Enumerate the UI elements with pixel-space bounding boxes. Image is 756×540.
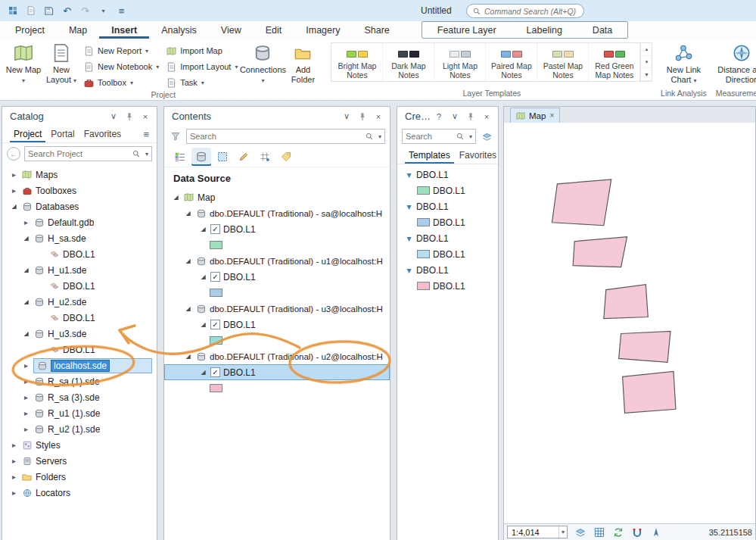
catalog-search-input[interactable] [28,149,127,158]
map-feature-polygon[interactable] [623,371,676,413]
map-canvas[interactable] [504,123,755,523]
template-item-dbo-l1[interactable]: DBO.L1 [397,278,498,294]
map-feature-polygon[interactable] [604,285,648,319]
tree-item-dbo-l1[interactable]: DBO.L1 [2,342,157,357]
collapse-icon[interactable]: ◢ [184,305,192,312]
collapse-icon[interactable]: ▾ [405,265,413,276]
expand-icon[interactable]: ▸ [22,377,30,385]
pane-menu-icon[interactable]: ∨ [108,111,119,122]
tree-item-servers[interactable]: ▸ Servers [2,453,157,469]
tab-templates[interactable]: Templates [405,147,454,164]
tree-item-layer-dbo-l1-selected[interactable]: ◢ ✓ DBO.L1 [164,364,390,380]
template-group-dbo-l1[interactable]: ▾ DBO.L1 [397,230,498,246]
tab-project[interactable]: Project [3,21,57,39]
new-layout-button[interactable]: New Layout ▾ [42,40,80,87]
tab-feature-layer[interactable]: Feature Layer [422,22,512,38]
task-button[interactable]: Task▾ [163,75,241,90]
collapse-icon[interactable]: ▾ [405,170,413,180]
expand-icon[interactable]: ▸ [10,441,18,449]
collapse-icon[interactable]: ◢ [199,226,207,233]
expand-icon[interactable]: ▸ [10,186,18,195]
gallery-item-bright-map-notes[interactable]: Bright Map Notes [331,43,383,81]
tab-analysis[interactable]: Analysis [149,21,209,39]
template-group-dbo-l1[interactable]: ▾ DBO.L1 [397,167,498,183]
collapse-icon[interactable]: ◢ [172,194,180,201]
collapse-icon[interactable]: ◢ [184,210,192,217]
search-dropdown-icon[interactable]: ▾ [145,151,148,158]
close-icon[interactable]: × [481,111,492,122]
tab-labeling[interactable]: Labeling [512,22,577,38]
list-by-snapping-button[interactable] [255,148,275,166]
map-feature-polygon[interactable] [619,331,670,362]
tree-item-styles[interactable]: ▸ Styles [2,437,157,453]
symbol-swatch[interactable] [210,384,222,392]
expand-icon[interactable]: ▸ [22,393,30,401]
new-link-chart-button[interactable]: New Link Chart ▾ [661,40,705,87]
tree-item-dbo-l1[interactable]: DBO.L1 [2,246,157,262]
gallery-item-red-green-map-notes[interactable]: Red Green Map Notes [589,43,640,81]
collapse-icon[interactable]: ◢ [22,298,30,305]
tab-data[interactable]: Data [577,22,627,38]
tree-item-r-u2-1-sde[interactable]: ▸ R_u2 (1).sde [2,421,157,437]
filter-icon[interactable] [169,130,182,143]
template-search-input[interactable] [406,132,451,141]
gallery-item-pastel-map-notes[interactable]: Pastel Map Notes [537,43,589,81]
expand-icon[interactable]: ▸ [10,457,18,465]
expand-icon[interactable]: ▸ [10,488,18,497]
snapping-magnet-icon[interactable] [631,526,643,538]
expand-icon[interactable]: ▸ [10,170,18,179]
tree-item-layer-dbo-l1[interactable]: ◢ ✓ DBO.L1 [164,221,390,237]
list-by-editing-button[interactable] [234,148,254,166]
catalog-tab-portal[interactable]: Portal [47,126,78,142]
close-icon[interactable]: × [140,111,151,122]
tree-item-source-sa[interactable]: ◢ dbo.DEFAULT (Traditional) - sa@localho… [164,205,390,221]
tree-item-default-gdb[interactable]: ▸ Default.gdb [2,214,157,230]
search-dropdown-icon[interactable]: ▾ [469,133,472,140]
refresh-status-icon[interactable] [612,526,624,538]
new-notebook-button[interactable]: New Notebook▾ [80,59,163,74]
catalog-menu-icon[interactable]: ≡ [143,129,149,140]
map-feature-polygon[interactable] [573,237,627,267]
expand-icon[interactable]: ▸ [10,473,18,481]
customize-qat-icon[interactable]: ≡ [114,3,129,18]
tab-edit[interactable]: Edit [254,21,294,39]
gallery-item-dark-map-notes[interactable]: Dark Map Notes [383,43,434,81]
help-icon[interactable]: ? [434,111,444,122]
tree-item-map[interactable]: ◢ Map [164,189,390,205]
collapse-icon[interactable]: ◢ [22,330,30,337]
app-menu-icon[interactable] [5,3,20,18]
layer-visibility-checkbox[interactable]: ✓ [210,224,220,234]
search-icon[interactable] [362,130,376,143]
search-dropdown-icon[interactable]: ▾ [378,133,381,140]
collapse-icon[interactable]: ◢ [10,203,18,210]
tree-item-maps[interactable]: ▸ Maps [2,167,157,183]
search-icon[interactable] [129,147,143,161]
list-by-drawing-order-button[interactable] [170,148,190,166]
connections-button[interactable]: Connections ▾ [241,40,284,87]
tree-item-dbo-l1[interactable]: DBO.L1 [2,278,157,294]
expand-icon[interactable]: ▸ [22,361,30,370]
gallery-item-paired-map-notes[interactable]: Paired Map Notes [486,43,537,81]
import-layout-button[interactable]: Import Layout▾ [163,59,241,74]
tab-insert[interactable]: Insert [99,21,149,39]
contents-search-input[interactable] [190,132,360,141]
template-group-dbo-l1[interactable]: ▾ DBO.L1 [397,198,498,214]
list-by-labeling-button[interactable] [276,148,296,166]
add-folder-button[interactable]: Add Folder [284,40,322,87]
tree-item-localhost-sde-renaming[interactable]: ▸ localhost.sde [2,357,157,373]
import-map-button[interactable]: Import Map [163,43,241,58]
collapse-icon[interactable]: ◢ [199,273,207,280]
close-tab-icon[interactable]: × [549,111,554,120]
tree-item-h-u3-sde[interactable]: ◢ H_u3.sde [2,326,157,342]
search-icon[interactable] [453,130,467,143]
scale-selector[interactable]: 1:4,014 ▾ [507,526,568,538]
redo-icon[interactable]: ↷ [77,3,93,18]
tab-map[interactable]: Map [57,21,99,39]
tree-item-databases[interactable]: ◢ Databases [2,198,157,214]
symbol-swatch[interactable] [210,289,222,297]
map-view-tab[interactable]: Map × [510,108,560,123]
pane-menu-icon[interactable]: ∨ [450,111,460,122]
tree-item-h-u2-sde[interactable]: ◢ H_u2.sde [2,294,157,310]
list-by-selection-button[interactable] [213,148,232,166]
save-icon[interactable] [41,3,57,18]
